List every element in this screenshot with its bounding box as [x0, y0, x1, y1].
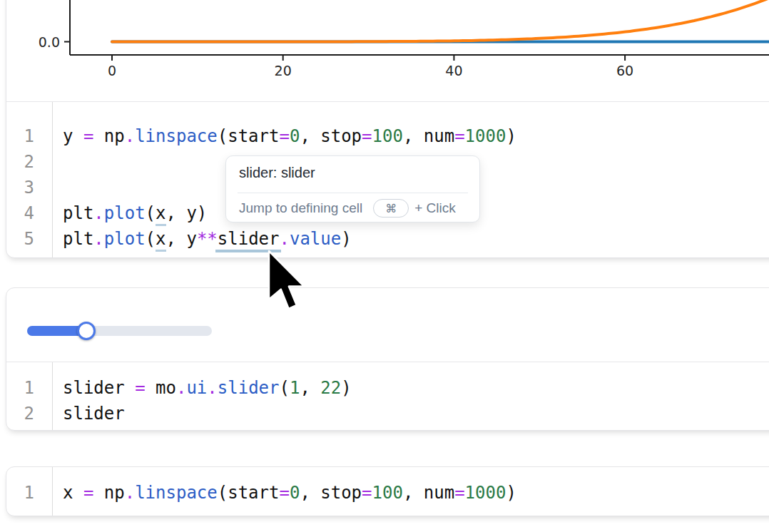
- command-key-badge: ⌘: [373, 199, 409, 218]
- code-editor[interactable]: 1x = np.linspace(start=0, stop=100, num=…: [6, 467, 769, 516]
- code-token: np: [93, 126, 124, 146]
- code-token: =: [279, 126, 289, 146]
- code-token: 1: [290, 378, 300, 398]
- line-number: 2: [6, 149, 34, 175]
- code-token: (: [146, 229, 156, 249]
- code-text[interactable]: y = np.linspace(start=0, stop=100, num=1…: [63, 123, 516, 149]
- code-token: .: [125, 126, 135, 146]
- code-line[interactable]: 5plt.plot(x, y**slider.value): [6, 226, 769, 252]
- tooltip-variable-name: slider: slider: [239, 165, 315, 181]
- variable-tooltip: slider: slider Jump to defining cell ⌘ +…: [225, 155, 480, 222]
- code-line[interactable]: 1x = np.linspace(start=0, stop=100, num=…: [6, 480, 769, 506]
- code-token: .: [279, 229, 289, 249]
- code-token: , y: [166, 229, 197, 249]
- cell-x: 1x = np.linspace(start=0, stop=100, num=…: [6, 466, 769, 516]
- code-token: slider: [63, 404, 125, 424]
- code-text[interactable]: plt.plot(x, y): [63, 200, 207, 226]
- code-line[interactable]: 2slider: [6, 401, 769, 426]
- line-number: 3: [6, 175, 34, 200]
- code-token: =: [362, 483, 372, 503]
- code-editor[interactable]: 1slider = mo.ui.slider(1, 22)2slider: [6, 362, 769, 430]
- code-token: .: [93, 229, 103, 249]
- code-token: (start: [218, 483, 280, 503]
- code-token: (: [146, 203, 156, 223]
- code-token: .: [93, 203, 103, 223]
- code-token: 22: [320, 378, 341, 398]
- code-token: ui: [186, 378, 207, 398]
- code-text[interactable]: plt.plot(x, y**slider.value): [63, 226, 352, 252]
- code-token: **: [197, 229, 218, 249]
- slider-widget[interactable]: [27, 321, 212, 341]
- code-token: =: [362, 126, 372, 146]
- code-token: plot: [104, 203, 146, 223]
- code-token: mo: [146, 378, 176, 398]
- code-token: 100: [372, 483, 403, 503]
- tooltip-action-label: Jump to defining cell: [239, 200, 362, 216]
- code-token: plt: [63, 203, 93, 223]
- code-token: plt: [63, 229, 93, 249]
- gutter-divider: [52, 362, 53, 430]
- code-line[interactable]: 1y = np.linspace(start=0, stop=100, num=…: [6, 123, 769, 149]
- code-token: 0: [290, 483, 300, 503]
- line-number: 1: [6, 480, 34, 506]
- gutter-divider: [52, 102, 53, 257]
- code-token: ): [506, 126, 516, 146]
- cell-slider: 1slider = mo.ui.slider(1, 22)2slider: [6, 287, 769, 431]
- code-line[interactable]: 1slider = mo.ui.slider(1, 22): [6, 375, 769, 401]
- code-token: .: [125, 483, 135, 503]
- line-number: 2: [6, 401, 34, 426]
- line-number: 5: [6, 226, 34, 252]
- code-text[interactable]: slider: [63, 401, 125, 426]
- code-text[interactable]: x = np.linspace(start=0, stop=100, num=1…: [63, 480, 516, 506]
- code-token: linspace: [135, 483, 218, 503]
- variable-reference[interactable]: slider: [215, 229, 282, 252]
- code-token: =: [135, 378, 145, 398]
- code-token: , y): [166, 203, 208, 223]
- code-token: y: [63, 126, 83, 146]
- code-token: =: [83, 126, 93, 146]
- code-token: , stop: [300, 483, 362, 503]
- code-token: , num: [403, 126, 454, 146]
- code-token: .: [176, 378, 186, 398]
- tooltip-click-hint: + Click: [414, 200, 456, 216]
- variable-reference[interactable]: x: [156, 229, 165, 252]
- variable-reference[interactable]: x: [156, 203, 165, 226]
- code-token: =: [279, 483, 289, 503]
- code-token: =: [83, 483, 93, 503]
- line-number: 1: [6, 375, 34, 401]
- code-token: np: [93, 483, 124, 503]
- code-token: 1000: [465, 483, 506, 503]
- code-token: linspace: [135, 126, 218, 146]
- code-token: 0: [290, 126, 300, 146]
- code-token: .: [207, 378, 217, 398]
- code-token: 1000: [465, 126, 506, 146]
- code-token: slider: [63, 378, 135, 398]
- code-token: (: [279, 378, 289, 398]
- code-token: ): [341, 229, 351, 249]
- code-token: ): [506, 483, 516, 503]
- code-token: x: [63, 483, 83, 503]
- code-token: , num: [403, 483, 454, 503]
- code-token: =: [454, 483, 464, 503]
- code-token: plot: [104, 229, 146, 249]
- code-token: ): [341, 378, 351, 398]
- code-token: value: [290, 229, 341, 249]
- gutter-divider: [52, 467, 53, 516]
- code-token: ,: [300, 378, 320, 398]
- line-number: 1: [6, 123, 34, 149]
- code-token: (start: [218, 126, 280, 146]
- code-text[interactable]: slider = mo.ui.slider(1, 22): [63, 375, 352, 401]
- code-token: , stop: [300, 126, 362, 146]
- code-token: =: [454, 126, 464, 146]
- code-token: 100: [372, 126, 403, 146]
- code-token: slider: [218, 378, 280, 398]
- slider-thumb[interactable]: [77, 322, 96, 340]
- line-number: 4: [6, 200, 34, 226]
